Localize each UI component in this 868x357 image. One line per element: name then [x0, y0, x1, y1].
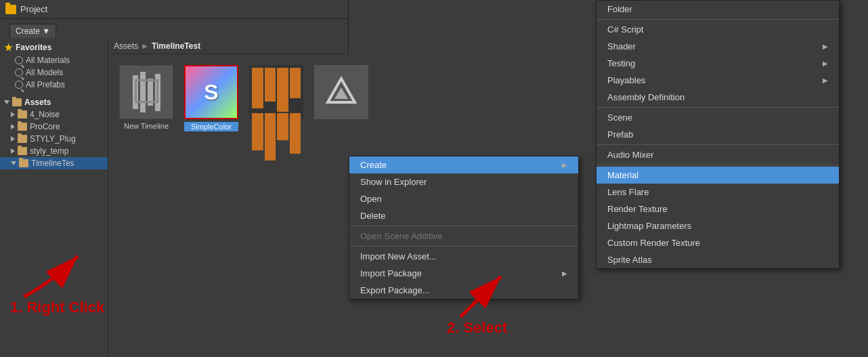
grid-bar	[252, 113, 263, 150]
menu-item-lightmap-parameters[interactable]: Lightmap Parameters	[596, 217, 839, 234]
breadcrumb-root[interactable]: Assets	[114, 41, 138, 51]
grid-bar	[277, 113, 288, 140]
menu-separator	[596, 19, 839, 20]
menu-separator	[596, 165, 839, 165]
menu-item-create[interactable]: Create ▶	[349, 156, 578, 173]
menu-item-csharp-script[interactable]: C# Script	[596, 21, 839, 38]
menu-item-label: Playables	[607, 75, 645, 85]
grid-bar	[277, 68, 288, 112]
folder-label: TimelineTes	[31, 159, 74, 168]
sidebar-item-all-materials[interactable]: All Materials	[0, 54, 108, 66]
menu-item-prefab[interactable]: Prefab	[596, 126, 839, 143]
timeline-box	[135, 79, 158, 103]
expand-icon	[11, 136, 15, 142]
menu-item-render-texture[interactable]: Render Texture	[596, 201, 839, 217]
favorites-label: Favorites	[16, 43, 51, 52]
select-label: 2. Select	[447, 319, 515, 337]
right-click-annotation: 1. Right Click	[10, 243, 104, 316]
star-icon: ★	[4, 42, 13, 53]
menu-separator	[596, 144, 839, 145]
folder-timelinetest[interactable]: TimelineTes	[0, 157, 108, 169]
breadcrumb-current[interactable]: TimelineTest	[152, 41, 200, 51]
submenu-arrow: ▶	[823, 60, 828, 67]
menu-item-label: Lightmap Parameters	[607, 221, 691, 231]
asset-item-simplecolor[interactable]: S SimpleColor	[184, 65, 238, 131]
select-annotation: 2. Select	[447, 270, 515, 337]
folder-procore[interactable]: ProCore	[0, 121, 108, 133]
menu-item-playables[interactable]: Playables ▶	[596, 72, 839, 89]
grid-bar	[290, 68, 301, 98]
menu-item-folder[interactable]: Folder	[596, 1, 839, 18]
create-button[interactable]: Create ▼	[9, 24, 56, 39]
asset-item-newtimeline[interactable]: New Timeline	[119, 65, 173, 130]
menu-item-import-new-asset[interactable]: Import New Asset...	[349, 248, 578, 265]
expand-icon	[11, 148, 15, 154]
folder-icon	[18, 110, 27, 119]
grid-bar	[265, 113, 276, 161]
menu-item-label: Render Texture	[607, 204, 668, 214]
unity-logo-svg	[324, 75, 358, 109]
search-icon	[15, 81, 23, 89]
menu-item-label: Testing	[607, 58, 635, 68]
menu-item-label: Custom Render Texture	[607, 238, 700, 248]
menu-item-label: Create	[360, 160, 387, 170]
menu-separator	[349, 226, 578, 226]
menu-item-shader[interactable]: Shader ▶	[596, 38, 839, 55]
sidebar-item-all-models[interactable]: All Models	[0, 66, 108, 79]
menu-item-lens-flare[interactable]: Lens Flare	[596, 184, 839, 201]
menu-item-custom-render-texture[interactable]: Custom Render Texture	[596, 234, 839, 251]
menu-item-label: Open Scene Additive	[360, 231, 442, 241]
folder-4noise[interactable]: 4_Noise	[0, 108, 108, 121]
menu-item-delete[interactable]: Delete	[349, 207, 578, 224]
menu-item-label: Sprite Atlas	[607, 255, 652, 265]
panel-title: Project	[20, 4, 47, 14]
menu-item-scene[interactable]: Scene	[596, 109, 839, 126]
asset-grid: New Timeline S SimpleColor	[108, 54, 349, 357]
folder-label: STYLY_Plug	[30, 134, 76, 144]
folder-styly-plug[interactable]: STYLY_Plug	[0, 133, 108, 145]
search-icon	[15, 68, 23, 77]
simple-color-icon: S	[184, 65, 238, 119]
menu-item-label: Export Package...	[360, 285, 430, 295]
menu-item-show-explorer[interactable]: Show in Explorer	[349, 173, 578, 190]
folder-icon	[19, 159, 28, 167]
menu-item-audio-mixer[interactable]: Audio Mixer	[596, 146, 839, 163]
breadcrumb-separator: ►	[141, 41, 149, 51]
folder-label: ProCore	[30, 122, 60, 131]
menu-item-label: Import New Asset...	[360, 251, 437, 261]
menu-item-testing[interactable]: Testing ▶	[596, 55, 839, 72]
asset-item-material-grid[interactable]	[249, 65, 303, 122]
arrow-right-click-svg	[10, 243, 91, 303]
context-menu-right: Folder C# Script Shader ▶ Testing ▶ Play…	[596, 0, 840, 269]
submenu-arrow: ▶	[562, 161, 567, 169]
folder-label: 4_Noise	[30, 110, 60, 119]
sidebar-item-label: All Materials	[26, 56, 70, 65]
asset-item-unity[interactable]	[314, 65, 368, 122]
menu-item-label: Scene	[607, 112, 632, 123]
expand-icon	[11, 112, 15, 117]
folder-icon	[18, 147, 27, 155]
menu-item-material[interactable]: Material	[596, 167, 839, 184]
menu-item-label: Import Package	[360, 268, 422, 278]
menu-item-sprite-atlas[interactable]: Sprite Atlas	[596, 251, 839, 268]
timeline-icon	[119, 65, 173, 119]
assets-folder-icon	[12, 98, 22, 106]
favorites-header: ★ Favorites	[0, 41, 108, 54]
selected-label: SimpleColor	[184, 122, 238, 131]
assets-section: Assets 4_Noise ProCore STYLY_Plug styly_	[0, 96, 108, 169]
menu-item-open[interactable]: Open	[349, 190, 578, 207]
sidebar-item-label: All Models	[26, 68, 63, 77]
menu-item-assembly-definition[interactable]: Assembly Definition	[596, 89, 839, 106]
assets-header: Assets	[0, 96, 108, 108]
menu-item-label: Folder	[607, 4, 632, 14]
grid-bar	[265, 68, 276, 102]
folder-icon	[5, 5, 16, 14]
folder-icon	[18, 135, 27, 143]
folder-styly-temp[interactable]: styly_temp	[0, 145, 108, 157]
sidebar-item-label: All Prefabs	[26, 80, 65, 89]
submenu-arrow: ▶	[823, 43, 828, 50]
sidebar-item-all-prefabs[interactable]: All Prefabs	[0, 79, 108, 91]
unity-icon	[314, 65, 368, 119]
menu-item-label: Material	[607, 170, 638, 180]
expand-icon	[11, 124, 15, 129]
